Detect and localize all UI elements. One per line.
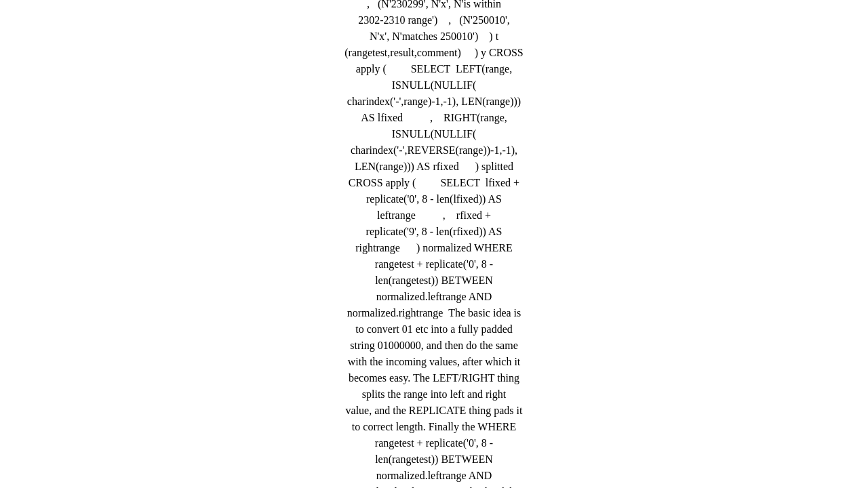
text-line: 2302-2310 range') , (N'250010', — [217, 12, 651, 28]
text-line: charindex('-',range)-1,-1), LEN(range))) — [217, 94, 651, 110]
text-line: with the incoming values, after which it — [217, 354, 651, 370]
text-block: N'x', N'is within 2302-2310 range'), (N'… — [217, 0, 651, 488]
text-line: replicate('0', 8 - len(lfixed)) AS — [217, 191, 651, 207]
text-line: value, and the REPLICATE thing pads it — [217, 403, 651, 419]
text-line: to convert 01 etc into a fully padded — [217, 321, 651, 338]
page-content: N'x', N'is within 2302-2310 range'), (N'… — [0, 0, 868, 488]
text-line: len(rangetest)) BETWEEN — [217, 451, 651, 468]
text-line: ISNULL(NULLIF( — [217, 77, 651, 94]
text-line: apply ( SELECT LEFT(range, — [217, 61, 651, 77]
text-line: LEN(range))) AS rfixed ) splitted — [217, 159, 651, 175]
text-line: normalized.rightrange test checks if the — [217, 484, 651, 488]
text-line: len(rangetest)) BETWEEN — [217, 272, 651, 289]
text-line: normalized.leftrange AND — [217, 289, 651, 305]
text-line: becomes easy. The LEFT/RIGHT thing — [217, 370, 651, 386]
text-line: rangetest + replicate('0', 8 - — [217, 256, 651, 272]
text-line: leftrange , rfixed + — [217, 207, 651, 224]
text-line: N'x', N'matches 250010') ) t — [217, 28, 651, 45]
text-line: AS lfixed , RIGHT(range, — [217, 110, 651, 126]
text-line: splits the range into left and right — [217, 386, 651, 403]
text-line: rangetest + replicate('0', 8 - — [217, 435, 651, 451]
text-line: CROSS apply ( SELECT lfixed + — [217, 175, 651, 191]
text-line: normalized.rightrange The basic idea is — [217, 305, 651, 321]
text-lines: N'x', N'is within 2302-2310 range'), (N'… — [217, 0, 651, 488]
text-line: , (N'230299', N'x', N'is within — [217, 0, 651, 12]
text-line: charindex('-',REVERSE(range))-1,-1), — [217, 142, 651, 159]
text-line: rightrange ) normalized WHERE — [217, 240, 651, 256]
text-line: to correct length. Finally the WHERE — [217, 419, 651, 435]
text-line: ISNULL(NULLIF( — [217, 126, 651, 142]
text-line: string 01000000, and then do the same — [217, 338, 651, 354]
text-line: normalized.leftrange AND — [217, 468, 651, 484]
text-line: (rangetest,result,comment) ) y CROSS — [217, 45, 651, 61]
text-line: replicate('9', 8 - len(rfixed)) AS — [217, 224, 651, 240]
